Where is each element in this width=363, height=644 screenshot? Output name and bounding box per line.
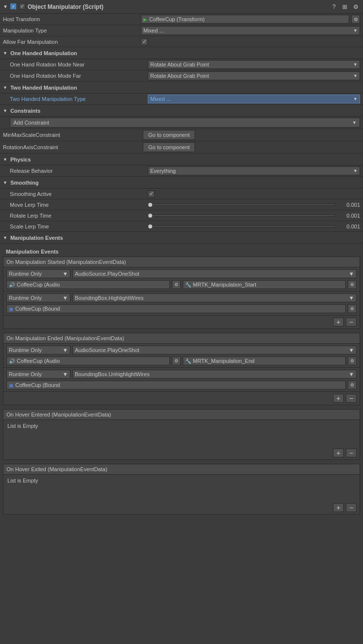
- settings-icon[interactable]: ⚙: [351, 2, 360, 11]
- one-hand-far-dropdown[interactable]: Rotate About Grab Point ▼: [148, 71, 360, 80]
- object-label-1: CoffeeCup (Audio: [17, 282, 60, 288]
- allow-far-label: Allow Far Manipulation: [3, 39, 141, 45]
- two-handed-section[interactable]: ▼ Two Handed Manipulation: [0, 82, 363, 94]
- constraints-section[interactable]: ▼ Constraints: [0, 105, 363, 117]
- method-label-2: BoundingBox.HighlightWires: [75, 295, 143, 301]
- method-arrow-3: ▼: [349, 347, 354, 353]
- rotation-row: RotationAxisConstraint Go to component: [0, 141, 363, 154]
- add-constraint-dropdown[interactable]: Add Constraint ▼: [10, 118, 360, 128]
- hover-entered-minus-btn[interactable]: −: [346, 449, 357, 457]
- small-gear-1[interactable]: ⚙: [172, 280, 181, 289]
- host-transform-label: Host Transform: [3, 16, 141, 22]
- add-constraint-arrow: ▼: [352, 120, 357, 125]
- smoothing-active-checkbox[interactable]: [148, 191, 155, 197]
- scale-lerp-value: 0.001: [338, 224, 360, 229]
- coffee-audio-icon-3: 🔊: [9, 358, 15, 364]
- hover-exited-plus-btn[interactable]: +: [333, 503, 344, 512]
- release-behavior-dropdown[interactable]: Everything ▼: [148, 166, 360, 175]
- small-gear-3[interactable]: ⚙: [172, 356, 181, 365]
- layout-icon[interactable]: ⊞: [340, 2, 349, 11]
- manipulation-ended-entry-2: Runtime Only ▼ BoundingBox.UnhighlightWi…: [3, 368, 360, 392]
- small-gear-4[interactable]: ⚙: [348, 381, 357, 389]
- function-field-1[interactable]: 🔧 MRTK_Manipulation_Start: [183, 280, 346, 289]
- physics-triangle: ▼: [3, 157, 7, 162]
- rotation-goto-button[interactable]: Go to component: [143, 142, 195, 152]
- runtime-only-dropdown-2[interactable]: Runtime Only ▼: [6, 293, 70, 302]
- help-icon[interactable]: ?: [330, 2, 338, 11]
- hover-exited-empty: List is Empty: [3, 475, 360, 486]
- one-hand-near-label: One Hand Rotation Mode Near: [10, 62, 148, 67]
- object-field-3[interactable]: 🔊 CoffeeCup (Audio: [6, 356, 170, 365]
- minmax-goto-button[interactable]: Go to component: [143, 130, 195, 140]
- smoothing-active-row: Smoothing Active: [0, 189, 363, 199]
- function-field-3[interactable]: 🔧 MRTK_Manipulation_End: [183, 356, 346, 365]
- one-hand-near-row: One Hand Rotation Mode Near Rotate About…: [0, 59, 363, 70]
- rotate-lerp-slider[interactable]: 0.001: [148, 213, 360, 219]
- hover-entered-plus-btn[interactable]: +: [333, 449, 344, 457]
- small-gear-2[interactable]: ⚙: [348, 304, 357, 313]
- collapse-triangle[interactable]: ▼: [3, 4, 8, 9]
- manipulation-started-plus-btn[interactable]: +: [333, 318, 344, 326]
- manipulation-type-arrow: ▼: [353, 28, 358, 33]
- scale-lerp-row: Scale Lerp Time 0.001: [0, 221, 363, 232]
- rotate-lerp-thumb[interactable]: [148, 214, 152, 218]
- runtime-label-2: Runtime Only: [9, 295, 42, 301]
- manipulation-started-minus-btn[interactable]: −: [346, 318, 357, 326]
- manipulation-ended-minus-btn[interactable]: −: [346, 394, 357, 403]
- object-field-4[interactable]: ▣ CoffeeCup (Bound: [6, 381, 346, 389]
- runtime-only-dropdown-1[interactable]: Runtime Only ▼: [6, 269, 70, 278]
- hover-entered-empty: List is Empty: [3, 420, 360, 432]
- scale-lerp-track[interactable]: [148, 225, 336, 227]
- move-lerp-track[interactable]: [148, 204, 336, 206]
- move-lerp-slider[interactable]: 0.001: [148, 202, 360, 208]
- allow-far-checkbox[interactable]: [141, 38, 148, 45]
- host-transform-gear[interactable]: ⚙: [351, 15, 360, 24]
- manipulation-events-title: Manipulation Events: [3, 247, 360, 257]
- one-hand-near-dropdown[interactable]: Rotate About Grab Point ▼: [148, 60, 360, 69]
- minmax-label: MinMaxScaleConstraint: [3, 132, 141, 138]
- physics-section[interactable]: ▼ Physics: [0, 154, 363, 165]
- on-hover-entered-header: On Hover Entered (ManipulationEventData): [3, 410, 360, 420]
- method-arrow-1: ▼: [349, 271, 354, 277]
- rotate-lerp-row: Rotate Lerp Time 0.001: [0, 210, 363, 221]
- manipulation-started-entry-2: Runtime Only ▼ BoundingBox.HighlightWire…: [3, 291, 360, 316]
- host-transform-text: CoffeeCup (Transform): [149, 16, 204, 22]
- scale-lerp-slider[interactable]: 0.001: [148, 224, 360, 229]
- small-gear-func-3[interactable]: ⚙: [348, 356, 357, 365]
- header-title: Object Manipulator (Script): [28, 3, 330, 10]
- rotate-lerp-track[interactable]: [148, 215, 336, 217]
- mrtk-icon-3: 🔧: [185, 358, 191, 364]
- method-dropdown-1[interactable]: AudioSource.PlayOneShot ▼: [72, 269, 357, 278]
- one-hand-far-label: One Hand Rotation Mode Far: [10, 73, 148, 79]
- runtime-only-dropdown-3[interactable]: Runtime Only ▼: [6, 346, 70, 354]
- method-arrow-2: ▼: [349, 295, 354, 301]
- minmax-row: MinMaxScaleConstraint Go to component: [0, 129, 363, 141]
- move-lerp-thumb[interactable]: [148, 203, 152, 207]
- runtime-label-1: Runtime Only: [9, 271, 42, 277]
- manipulation-ended-entry-1-top: Runtime Only ▼ AudioSource.PlayOneShot ▼: [6, 346, 357, 354]
- scale-lerp-thumb[interactable]: [148, 225, 152, 228]
- two-handed-triangle: ▼: [3, 85, 7, 90]
- method-dropdown-2[interactable]: BoundingBox.HighlightWires ▼: [72, 293, 357, 302]
- one-handed-section[interactable]: ▼ One Handed Manipulation: [0, 47, 363, 59]
- host-transform-value[interactable]: ▶ CoffeeCup (Transform): [141, 15, 349, 24]
- runtime-only-dropdown-4[interactable]: Runtime Only ▼: [6, 370, 70, 379]
- one-handed-triangle: ▼: [3, 51, 7, 56]
- hover-exited-minus-btn[interactable]: −: [346, 503, 357, 512]
- object-label-4: CoffeeCup (Bound: [15, 382, 60, 388]
- add-constraint-row: Add Constraint ▼: [0, 117, 363, 129]
- object-field-2[interactable]: ▣ CoffeeCup (Bound: [6, 304, 346, 313]
- manipulation-events-section[interactable]: ▼ Manipulation Events: [0, 232, 363, 244]
- two-handed-type-row: Two Handed Manipulation Type Mixed ... ▼: [0, 94, 363, 105]
- manipulation-started-entry-1: Runtime Only ▼ AudioSource.PlayOneShot ▼…: [3, 267, 360, 291]
- two-handed-type-dropdown[interactable]: Mixed ... ▼: [148, 95, 360, 103]
- one-hand-far-value: Rotate About Grab Point: [150, 73, 209, 79]
- method-dropdown-3[interactable]: AudioSource.PlayOneShot ▼: [72, 346, 357, 354]
- smoothing-section[interactable]: ▼ Smoothing: [0, 177, 363, 189]
- manipulation-type-dropdown[interactable]: Mixed ... ▼: [141, 26, 360, 35]
- small-gear-func-1[interactable]: ⚙: [348, 280, 357, 289]
- checkbox-icon[interactable]: ✓: [19, 3, 26, 11]
- object-field-1[interactable]: 🔊 CoffeeCup (Audio: [6, 280, 170, 289]
- manipulation-ended-plus-btn[interactable]: +: [333, 394, 344, 403]
- method-dropdown-4[interactable]: BoundingBox.UnhighlightWires ▼: [72, 370, 357, 379]
